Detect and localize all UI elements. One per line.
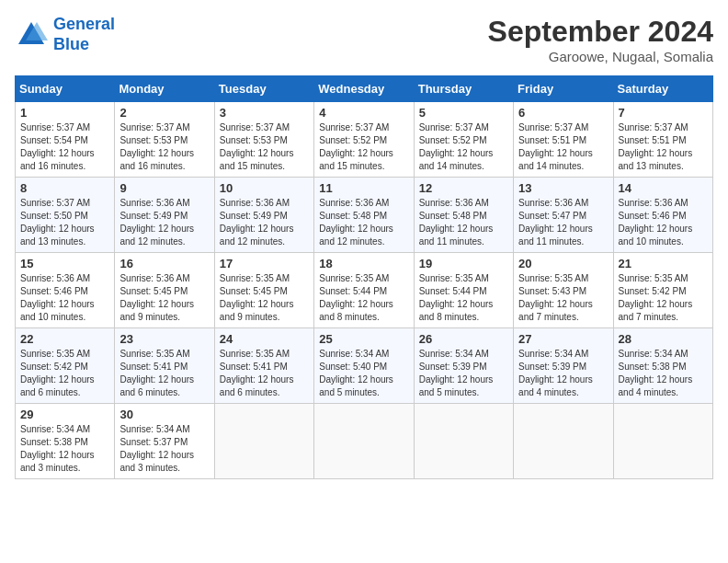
day-info: Sunrise: 5:36 AMSunset: 5:45 PMDaylight:… [119, 272, 209, 324]
day-info: Sunrise: 5:36 AMSunset: 5:47 PMDaylight:… [518, 197, 608, 248]
table-row [214, 404, 313, 479]
header-tuesday: Tuesday [214, 76, 313, 102]
table-row: 16Sunrise: 5:36 AMSunset: 5:45 PMDayligh… [115, 253, 214, 328]
table-row: 21Sunrise: 5:35 AMSunset: 5:42 PMDayligh… [613, 253, 712, 328]
table-row [414, 404, 513, 479]
day-info: Sunrise: 5:37 AMSunset: 5:51 PMDaylight:… [619, 121, 708, 173]
day-info: Sunrise: 5:35 AMSunset: 5:41 PMDaylight:… [220, 348, 309, 399]
calendar-week-row: 15Sunrise: 5:36 AMSunset: 5:46 PMDayligh… [16, 253, 713, 328]
table-row: 9Sunrise: 5:36 AMSunset: 5:49 PMDaylight… [115, 178, 214, 253]
day-info: Sunrise: 5:37 AMSunset: 5:53 PMDaylight:… [220, 121, 309, 173]
table-row: 7Sunrise: 5:37 AMSunset: 5:51 PMDaylight… [613, 102, 712, 178]
day-info: Sunrise: 5:34 AMSunset: 5:37 PMDaylight:… [119, 423, 209, 475]
day-number: 28 [619, 332, 708, 346]
day-number: 14 [619, 181, 708, 195]
day-info: Sunrise: 5:35 AMSunset: 5:42 PMDaylight:… [619, 272, 708, 324]
day-number: 2 [119, 106, 209, 120]
calendar-table: Sunday Monday Tuesday Wednesday Thursday… [15, 75, 713, 479]
table-row: 10Sunrise: 5:36 AMSunset: 5:49 PMDayligh… [214, 178, 313, 253]
calendar-week-row: 22Sunrise: 5:35 AMSunset: 5:42 PMDayligh… [16, 328, 713, 404]
table-row: 25Sunrise: 5:34 AMSunset: 5:40 PMDayligh… [314, 328, 414, 404]
header-saturday: Saturday [613, 76, 712, 102]
table-row: 1Sunrise: 5:37 AMSunset: 5:54 PMDaylight… [16, 102, 115, 178]
day-number: 16 [119, 257, 209, 270]
day-info: Sunrise: 5:37 AMSunset: 5:52 PMDaylight:… [419, 121, 508, 173]
header-wednesday: Wednesday [314, 76, 414, 102]
day-number: 9 [119, 181, 209, 195]
day-number: 29 [20, 408, 109, 421]
table-row: 28Sunrise: 5:34 AMSunset: 5:38 PMDayligh… [613, 328, 712, 404]
table-row: 6Sunrise: 5:37 AMSunset: 5:51 PMDaylight… [514, 102, 613, 178]
day-number: 23 [119, 332, 209, 346]
calendar-week-row: 8Sunrise: 5:37 AMSunset: 5:50 PMDaylight… [16, 178, 713, 253]
day-info: Sunrise: 5:36 AMSunset: 5:46 PMDaylight:… [619, 197, 708, 248]
day-info: Sunrise: 5:35 AMSunset: 5:44 PMDaylight:… [419, 272, 508, 324]
table-row: 2Sunrise: 5:37 AMSunset: 5:53 PMDaylight… [115, 102, 214, 178]
table-row: 27Sunrise: 5:34 AMSunset: 5:39 PMDayligh… [514, 328, 613, 404]
table-row: 23Sunrise: 5:35 AMSunset: 5:41 PMDayligh… [115, 328, 214, 404]
logo-text: General Blue [53, 15, 115, 54]
weekday-header-row: Sunday Monday Tuesday Wednesday Thursday… [16, 76, 713, 102]
logo: General Blue [15, 15, 115, 54]
table-row: 19Sunrise: 5:35 AMSunset: 5:44 PMDayligh… [414, 253, 513, 328]
day-number: 4 [319, 106, 408, 120]
day-info: Sunrise: 5:37 AMSunset: 5:50 PMDaylight:… [20, 197, 109, 248]
title-block: September 2024 Garoowe, Nugaal, Somalia [488, 15, 713, 64]
location: Garoowe, Nugaal, Somalia [488, 49, 713, 64]
day-number: 20 [518, 257, 608, 270]
day-number: 18 [319, 257, 408, 270]
page-header: General Blue September 2024 Garoowe, Nug… [15, 15, 713, 64]
table-row [613, 404, 712, 479]
day-number: 3 [220, 106, 309, 120]
day-info: Sunrise: 5:35 AMSunset: 5:41 PMDaylight:… [119, 348, 209, 399]
day-number: 17 [220, 257, 309, 270]
day-info: Sunrise: 5:36 AMSunset: 5:49 PMDaylight:… [220, 197, 309, 248]
month-title: September 2024 [488, 15, 713, 49]
day-number: 13 [518, 181, 608, 195]
header-sunday: Sunday [16, 76, 115, 102]
day-number: 7 [619, 106, 708, 120]
day-info: Sunrise: 5:36 AMSunset: 5:48 PMDaylight:… [419, 197, 508, 248]
day-number: 24 [220, 332, 309, 346]
calendar-week-row: 29Sunrise: 5:34 AMSunset: 5:38 PMDayligh… [16, 404, 713, 479]
day-number: 26 [419, 332, 508, 346]
day-info: Sunrise: 5:34 AMSunset: 5:38 PMDaylight:… [20, 423, 109, 475]
day-info: Sunrise: 5:36 AMSunset: 5:49 PMDaylight:… [119, 197, 209, 248]
day-number: 5 [419, 106, 508, 120]
day-info: Sunrise: 5:37 AMSunset: 5:52 PMDaylight:… [319, 121, 408, 173]
day-info: Sunrise: 5:36 AMSunset: 5:46 PMDaylight:… [20, 272, 109, 324]
day-number: 19 [419, 257, 508, 270]
day-number: 22 [20, 332, 109, 346]
table-row: 8Sunrise: 5:37 AMSunset: 5:50 PMDaylight… [16, 178, 115, 253]
table-row: 18Sunrise: 5:35 AMSunset: 5:44 PMDayligh… [314, 253, 414, 328]
header-thursday: Thursday [414, 76, 513, 102]
day-number: 15 [20, 257, 109, 270]
day-info: Sunrise: 5:34 AMSunset: 5:38 PMDaylight:… [619, 348, 708, 399]
table-row: 17Sunrise: 5:35 AMSunset: 5:45 PMDayligh… [214, 253, 313, 328]
calendar-week-row: 1Sunrise: 5:37 AMSunset: 5:54 PMDaylight… [16, 102, 713, 178]
day-info: Sunrise: 5:36 AMSunset: 5:48 PMDaylight:… [319, 197, 408, 248]
table-row: 22Sunrise: 5:35 AMSunset: 5:42 PMDayligh… [16, 328, 115, 404]
logo-icon [15, 18, 48, 52]
table-row: 26Sunrise: 5:34 AMSunset: 5:39 PMDayligh… [414, 328, 513, 404]
day-info: Sunrise: 5:37 AMSunset: 5:54 PMDaylight:… [20, 121, 109, 173]
day-info: Sunrise: 5:34 AMSunset: 5:39 PMDaylight:… [419, 348, 508, 399]
table-row: 30Sunrise: 5:34 AMSunset: 5:37 PMDayligh… [115, 404, 214, 479]
header-friday: Friday [514, 76, 613, 102]
table-row: 11Sunrise: 5:36 AMSunset: 5:48 PMDayligh… [314, 178, 414, 253]
day-number: 21 [619, 257, 708, 270]
day-info: Sunrise: 5:35 AMSunset: 5:43 PMDaylight:… [518, 272, 608, 324]
table-row: 24Sunrise: 5:35 AMSunset: 5:41 PMDayligh… [214, 328, 313, 404]
table-row: 13Sunrise: 5:36 AMSunset: 5:47 PMDayligh… [514, 178, 613, 253]
day-info: Sunrise: 5:34 AMSunset: 5:39 PMDaylight:… [518, 348, 608, 399]
table-row: 29Sunrise: 5:34 AMSunset: 5:38 PMDayligh… [16, 404, 115, 479]
table-row: 3Sunrise: 5:37 AMSunset: 5:53 PMDaylight… [214, 102, 313, 178]
day-number: 1 [20, 106, 109, 120]
day-number: 27 [518, 332, 608, 346]
day-info: Sunrise: 5:37 AMSunset: 5:51 PMDaylight:… [518, 121, 608, 173]
day-info: Sunrise: 5:35 AMSunset: 5:44 PMDaylight:… [319, 272, 408, 324]
day-info: Sunrise: 5:35 AMSunset: 5:42 PMDaylight:… [20, 348, 109, 399]
table-row: 15Sunrise: 5:36 AMSunset: 5:46 PMDayligh… [16, 253, 115, 328]
day-number: 11 [319, 181, 408, 195]
day-number: 8 [20, 181, 109, 195]
